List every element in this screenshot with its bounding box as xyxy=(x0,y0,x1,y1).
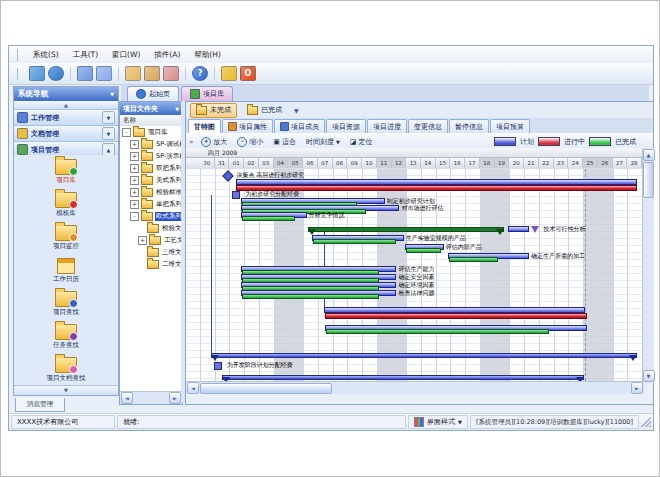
nav-section-1[interactable]: 文档管理▼ xyxy=(14,126,118,142)
expander-icon[interactable]: - xyxy=(130,212,139,221)
expander-icon[interactable]: + xyxy=(130,152,139,161)
summary-bar[interactable] xyxy=(308,227,504,232)
sidebar-item-2[interactable]: 项目监控 xyxy=(14,221,118,254)
nav-section-0[interactable]: 工作管理▼ xyxy=(14,110,118,126)
filter-0[interactable]: 未完成 xyxy=(190,103,237,118)
calendar-view-icon[interactable] xyxy=(144,66,160,81)
scroll-down-icon[interactable]: ▼ xyxy=(643,370,655,382)
expander-icon[interactable]: + xyxy=(130,176,139,185)
menu-item-4[interactable]: 帮助(H) xyxy=(187,48,228,62)
desktop-icon[interactable] xyxy=(29,66,45,81)
time-scale-button[interactable]: 时间刻度▼ xyxy=(302,136,344,148)
filter-more-icon[interactable]: ▼ xyxy=(294,107,299,114)
tree-node-1[interactable]: +SP-调试机系 xyxy=(120,138,182,150)
tree-node-4[interactable]: +美式系列 xyxy=(120,174,182,186)
lock-icon[interactable] xyxy=(221,66,237,81)
sidebar-item-6[interactable]: 项目文档查找 xyxy=(14,353,118,385)
sidebar-item-0[interactable]: 项目库 xyxy=(14,155,118,188)
scroll-left-icon[interactable]: ◄ xyxy=(121,392,133,404)
message-management-tab[interactable]: 消息管理 xyxy=(15,398,65,412)
gantt-tab-2[interactable]: 项目成员 xyxy=(274,119,325,133)
expander-icon[interactable]: + xyxy=(130,200,139,209)
gantt-tab-1[interactable]: 项目属性 xyxy=(222,119,273,133)
window-new-icon[interactable] xyxy=(77,66,93,81)
scroll-right-icon[interactable]: ► xyxy=(631,382,643,394)
menu-item-0[interactable]: 系统(S) xyxy=(26,48,66,62)
button-label: 缩小 xyxy=(249,137,263,147)
fit-button[interactable]: ▣适合 xyxy=(269,136,300,148)
sidebar-item-5[interactable]: 任务查找 xyxy=(14,320,118,353)
pin-icon[interactable]: ▼ xyxy=(110,91,114,97)
summary-end-icon xyxy=(496,229,504,235)
scroll-right-icon[interactable]: ► xyxy=(169,392,181,404)
expander-icon[interactable]: + xyxy=(130,140,139,149)
gantt-tab-0[interactable]: 甘特图 xyxy=(188,119,221,133)
nav-collapse-button[interactable]: ▲ xyxy=(14,101,118,110)
milestone-triangle-icon[interactable] xyxy=(531,226,539,233)
resize-grip[interactable] xyxy=(641,417,651,427)
tree-horizontal-scrollbar[interactable]: ◄ ► xyxy=(120,391,182,404)
menu-item-3[interactable]: 插件(A) xyxy=(147,48,187,62)
scroll-up-icon[interactable]: ▲ xyxy=(643,149,655,161)
expander-icon[interactable]: + xyxy=(130,164,139,173)
report-view-icon[interactable] xyxy=(125,66,141,81)
template-library-icon xyxy=(55,192,77,208)
pin-icon[interactable]: ▼ xyxy=(175,106,179,112)
toolbar-overflow-icon[interactable]: » xyxy=(189,138,193,146)
icon-badge xyxy=(69,365,78,374)
help-icon[interactable]: ? xyxy=(192,66,208,81)
exit-icon[interactable]: O xyxy=(240,66,256,81)
tree-node-2[interactable]: +SP-演示机系 xyxy=(120,150,182,162)
locate-button[interactable]: ◪定位 xyxy=(346,136,377,148)
document-tab-0[interactable]: 起始页 xyxy=(127,86,179,101)
scrollbar-thumb[interactable] xyxy=(200,383,332,394)
tree-node-9[interactable]: +工艺文件 xyxy=(120,234,182,246)
chevron-icon[interactable]: ▼ xyxy=(102,111,115,124)
task-bar[interactable] xyxy=(508,226,529,232)
summary-bar[interactable] xyxy=(211,353,637,358)
sidebar-item-1[interactable]: 模板库 xyxy=(14,188,118,221)
zoom-out-button[interactable]: -缩小 xyxy=(233,136,267,148)
summary-bar[interactable] xyxy=(222,375,583,380)
project-folder-panel: 项目文件夹 ▼ 名称 -项目库+SP-调试机系+SP-演示机系+双把系列+美式系… xyxy=(119,101,183,405)
tree-node-0[interactable]: -项目库 xyxy=(120,126,182,138)
expander-icon[interactable]: - xyxy=(122,128,131,137)
tree-node-6[interactable]: +单把系列 xyxy=(120,198,182,210)
scrollbar-thumb[interactable] xyxy=(643,162,654,198)
tree-node-10[interactable]: 三维文件 xyxy=(120,246,182,258)
task-bar[interactable] xyxy=(325,313,586,319)
milestone-square-icon[interactable] xyxy=(214,362,222,370)
network-globe-icon[interactable] xyxy=(48,66,64,81)
window-cascade-icon[interactable] xyxy=(96,66,112,81)
sidebar-item-3[interactable]: 工作日历 xyxy=(14,254,118,287)
tree-node-8[interactable]: 检验文件 xyxy=(120,222,182,234)
expander-icon[interactable]: + xyxy=(130,188,139,197)
gantt-tab-3[interactable]: 项目资源 xyxy=(326,119,366,133)
day-header-cell: 31 xyxy=(215,158,230,168)
filter-1[interactable]: 已完成 xyxy=(241,103,288,118)
tree-node-3[interactable]: +双把系列 xyxy=(120,162,182,174)
gantt-tab-5[interactable]: 变更信息 xyxy=(408,119,448,133)
ui-style-button[interactable]: 界面样式 ▼ xyxy=(408,415,468,429)
gantt-vertical-scrollbar[interactable]: ▲ ▼ xyxy=(642,148,654,383)
milestone-square-icon[interactable] xyxy=(232,191,240,199)
tree-node-7[interactable]: -欧式系列 xyxy=(120,210,182,222)
milestone-diamond-icon[interactable] xyxy=(222,170,233,181)
gantt-tab-7[interactable]: 项目预算 xyxy=(490,119,530,133)
tree-node-11[interactable]: 二维文件 xyxy=(120,258,182,270)
expander-icon[interactable]: + xyxy=(138,236,147,245)
gantt-horizontal-scrollbar[interactable]: ◄ ► xyxy=(186,381,644,394)
gantt-tab-4[interactable]: 项目进度 xyxy=(367,119,407,133)
tree-node-5[interactable]: +检验标准 xyxy=(120,186,182,198)
nav-bottom-collapse-button[interactable]: ▼ xyxy=(14,385,118,395)
menu-item-2[interactable]: 窗口(W) xyxy=(105,48,147,62)
menu-item-1[interactable]: 工具(T) xyxy=(66,48,105,62)
document-tab-1[interactable]: 项目库 xyxy=(181,86,233,101)
zoom-in-button[interactable]: +放大 xyxy=(197,136,231,148)
chart-view-icon[interactable] xyxy=(163,66,179,81)
sidebar-item-4[interactable]: 项目查找 xyxy=(14,287,118,320)
chevron-icon[interactable]: ▼ xyxy=(102,127,115,140)
scroll-left-icon[interactable]: ◄ xyxy=(187,382,199,394)
grid-column-line xyxy=(465,169,466,381)
gantt-tab-6[interactable]: 暂停信息 xyxy=(449,119,489,133)
